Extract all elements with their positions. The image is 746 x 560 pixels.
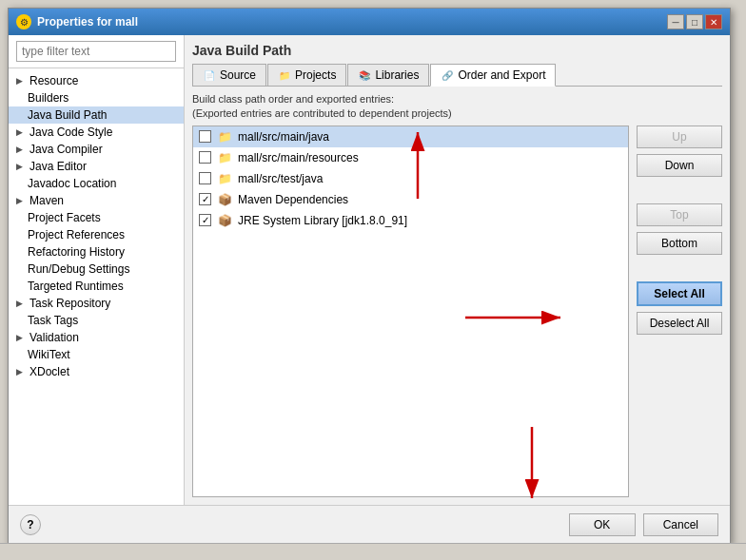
content-panel: Java Build Path 📄 Source 📁 Projects 📚 Li… xyxy=(185,35,730,505)
list-item-maven-dependencies[interactable]: ✓ 📦 Maven Dependencies xyxy=(193,189,628,210)
tab-libraries[interactable]: 📚 Libraries xyxy=(347,64,429,86)
sidebar-item-wikitext[interactable]: WikiText xyxy=(9,346,184,363)
list-item-label: Maven Dependencies xyxy=(238,193,348,206)
sidebar-item-label: Builders xyxy=(28,91,69,105)
order-export-tab-icon: 🔗 xyxy=(441,68,454,82)
tab-source[interactable]: 📄 Source xyxy=(192,64,266,86)
sidebar-item-javadoc-location[interactable]: Javadoc Location xyxy=(9,175,184,192)
search-input[interactable] xyxy=(16,41,176,62)
dialog-title: Properties for mall xyxy=(37,15,138,29)
list-item-label: mall/src/test/java xyxy=(238,172,323,185)
sidebar-item-validation[interactable]: ▶ Validation xyxy=(9,329,184,346)
side-buttons: Up Down Top Bottom Select All Deselect A… xyxy=(637,126,722,497)
sidebar-item-label: Project Facets xyxy=(28,211,101,224)
deselect-all-button[interactable]: Deselect All xyxy=(637,312,722,335)
sidebar-item-targeted-runtimes[interactable]: Targeted Runtimes xyxy=(9,278,184,295)
library-icon: 📦 xyxy=(217,213,232,228)
sidebar-item-label: Javadoc Location xyxy=(28,177,116,190)
minimize-button[interactable]: ─ xyxy=(667,14,684,29)
tab-libraries-label: Libraries xyxy=(375,68,419,82)
sidebar-item-resource[interactable]: ▶ Resource xyxy=(9,72,184,89)
tab-projects-label: Projects xyxy=(295,68,336,82)
tab-order-export-label: Order and Export xyxy=(458,68,545,82)
sidebar-item-label: Project References xyxy=(28,228,125,241)
sidebar-item-label: Resource xyxy=(29,74,78,87)
expand-arrow: ▶ xyxy=(16,162,26,171)
dialog-icon: ⚙ xyxy=(16,14,31,29)
list-item-src-main-resources[interactable]: 📁 mall/src/main/resources xyxy=(193,147,628,168)
sidebar-item-label: Validation xyxy=(29,331,79,344)
tab-projects[interactable]: 📁 Projects xyxy=(267,64,346,86)
down-button[interactable]: Down xyxy=(637,154,722,177)
cancel-button[interactable]: Cancel xyxy=(643,513,718,536)
sidebar-item-label: Run/Debug Settings xyxy=(28,262,129,276)
expand-arrow: ▶ xyxy=(16,76,26,86)
list-item-label: JRE System Library [jdk1.8.0_91] xyxy=(238,214,407,227)
sidebar-item-java-editor[interactable]: ▶ Java Editor xyxy=(9,158,184,175)
sidebar-item-label: Java Build Path xyxy=(28,108,107,122)
library-icon: 📦 xyxy=(217,192,232,207)
spacer2 xyxy=(637,261,722,276)
build-path-list[interactable]: 📁 mall/src/main/java 📁 mall/src/main/res… xyxy=(192,126,629,497)
expand-arrow: ▶ xyxy=(16,367,26,377)
sidebar-item-java-build-path[interactable]: Java Build Path xyxy=(9,106,184,124)
properties-dialog: ⚙ Properties for mall ─ □ ✕ ▶ Resource B… xyxy=(8,8,731,545)
sidebar-item-label: Targeted Runtimes xyxy=(28,280,124,293)
sidebar-item-java-compiler[interactable]: ▶ Java Compiler xyxy=(9,141,184,158)
folder-icon: 📁 xyxy=(217,129,232,145)
checkbox-jre-system-library[interactable]: ✓ xyxy=(199,214,211,226)
checkbox-maven-dependencies[interactable]: ✓ xyxy=(199,193,211,205)
list-item-jre-system-library[interactable]: ✓ 📦 JRE System Library [jdk1.8.0_91] xyxy=(193,210,628,231)
spacer xyxy=(637,183,722,198)
up-button[interactable]: Up xyxy=(637,126,722,148)
sidebar-item-label: Maven xyxy=(29,194,64,207)
dialog-footer: ? OK Cancel xyxy=(9,505,730,544)
sidebar: ▶ Resource Builders Java Build Path ▶ Ja… xyxy=(9,35,185,505)
sidebar-item-refactoring-history[interactable]: Refactoring History xyxy=(9,243,184,261)
close-button[interactable]: ✕ xyxy=(705,14,722,29)
sidebar-item-maven[interactable]: ▶ Maven xyxy=(9,192,184,209)
build-desc-line2: (Exported entries are contributed to dep… xyxy=(192,106,722,121)
maximize-button[interactable]: □ xyxy=(686,14,703,29)
tab-order-export[interactable]: 🔗 Order and Export xyxy=(430,64,556,87)
sidebar-item-label: WikiText xyxy=(28,348,70,361)
sidebar-tree: ▶ Resource Builders Java Build Path ▶ Ja… xyxy=(9,68,184,505)
sidebar-item-task-repository[interactable]: ▶ Task Repository xyxy=(9,295,184,312)
status-bar xyxy=(0,543,746,560)
title-controls: ─ □ ✕ xyxy=(667,14,722,29)
sidebar-item-xdoclet[interactable]: ▶ XDoclet xyxy=(9,363,184,380)
tab-source-label: Source xyxy=(220,68,256,82)
ok-button[interactable]: OK xyxy=(569,513,636,536)
top-button[interactable]: Top xyxy=(637,203,722,226)
select-all-button[interactable]: Select All xyxy=(637,281,722,306)
sidebar-item-java-code-style[interactable]: ▶ Java Code Style xyxy=(9,124,184,141)
list-item-src-main-java[interactable]: 📁 mall/src/main/java xyxy=(193,126,628,147)
checkbox-src-main-java[interactable] xyxy=(199,130,211,143)
list-and-buttons: 📁 mall/src/main/java 📁 mall/src/main/res… xyxy=(192,126,722,497)
sidebar-item-run-debug-settings[interactable]: Run/Debug Settings xyxy=(9,261,184,278)
bottom-button[interactable]: Bottom xyxy=(637,232,722,255)
help-button[interactable]: ? xyxy=(20,514,41,535)
title-bar-left: ⚙ Properties for mall xyxy=(16,14,138,29)
sidebar-item-builders[interactable]: Builders xyxy=(9,89,184,106)
list-item-src-test-java[interactable]: 📁 mall/src/test/java xyxy=(193,168,628,189)
list-item-label: mall/src/main/java xyxy=(238,130,329,144)
folder-icon: 📁 xyxy=(217,171,232,186)
sidebar-item-label: Java Compiler xyxy=(29,143,103,156)
footer-left: ? xyxy=(20,514,41,535)
sidebar-item-label: Task Tags xyxy=(28,314,78,327)
libraries-tab-icon: 📚 xyxy=(358,68,371,82)
title-bar: ⚙ Properties for mall ─ □ ✕ xyxy=(9,9,730,35)
dialog-body: ▶ Resource Builders Java Build Path ▶ Ja… xyxy=(9,35,730,505)
sidebar-item-project-references[interactable]: Project References xyxy=(9,226,184,243)
checkbox-src-test-java[interactable] xyxy=(199,172,211,184)
projects-tab-icon: 📁 xyxy=(278,68,291,82)
main-area: Build class path order and exported entr… xyxy=(192,92,722,497)
content-title: Java Build Path xyxy=(192,43,722,58)
tab-bar: 📄 Source 📁 Projects 📚 Libraries 🔗 Order … xyxy=(192,64,722,87)
checkbox-src-main-resources[interactable] xyxy=(199,151,211,164)
build-desc-line1: Build class path order and exported entr… xyxy=(192,92,722,106)
sidebar-item-label: Java Editor xyxy=(29,160,87,173)
sidebar-item-project-facets[interactable]: Project Facets xyxy=(9,209,184,226)
sidebar-item-task-tags[interactable]: Task Tags xyxy=(9,312,184,329)
